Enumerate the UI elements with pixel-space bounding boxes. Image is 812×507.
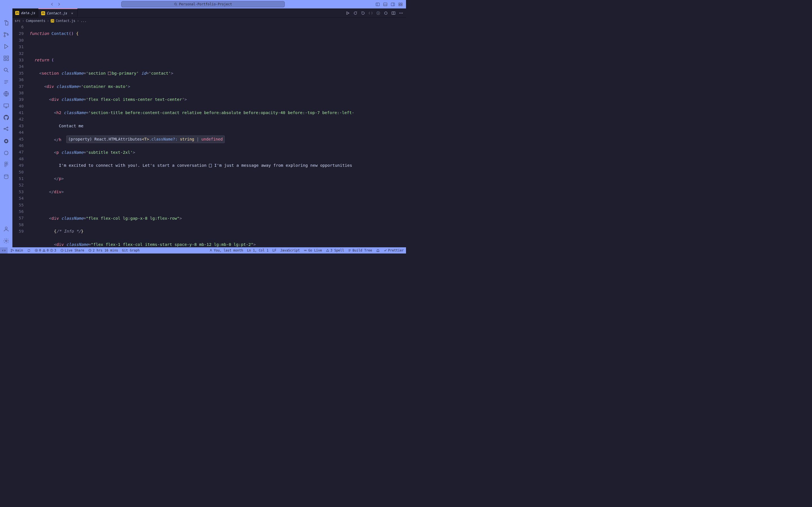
svg-point-41 [377, 11, 380, 14]
svg-point-33 [4, 162, 6, 164]
run-debug-icon[interactable] [3, 43, 10, 50]
svg-rect-5 [391, 3, 395, 6]
svg-point-59 [210, 249, 211, 250]
editor[interactable]: 6293031323334353637383940414243444546474… [12, 24, 406, 247]
figma-icon[interactable] [3, 161, 10, 168]
database-icon[interactable] [3, 173, 10, 180]
svg-point-39 [5, 227, 7, 229]
breadcrumb-seg[interactable]: Components [26, 19, 45, 23]
bell-icon [376, 249, 380, 252]
svg-point-34 [6, 162, 8, 164]
wakatime[interactable]: 2 hrs 16 mins [88, 248, 118, 252]
notifications[interactable] [376, 249, 380, 252]
toggle-icon[interactable] [384, 11, 388, 15]
spell-check[interactable]: 3 Spell [326, 248, 344, 252]
svg-rect-9 [399, 4, 400, 6]
svg-rect-7 [399, 3, 400, 4]
breadcrumb-seg[interactable]: ... [81, 19, 87, 23]
settings-gear-icon[interactable] [3, 237, 10, 244]
svg-point-37 [4, 165, 6, 167]
chevron-right-icon: › [22, 19, 24, 23]
git-sync[interactable] [27, 249, 31, 252]
svg-rect-14 [4, 56, 6, 58]
svg-point-48 [11, 249, 12, 250]
svg-point-28 [4, 128, 5, 129]
language-mode[interactable]: JavaScript [280, 248, 300, 252]
remote-indicator[interactable] [0, 247, 8, 253]
js-icon: JS [51, 19, 54, 22]
breadcrumb[interactable]: src › Components › JS Contact.js › ... [0, 18, 406, 24]
breadcrumb-seg[interactable]: src [15, 19, 20, 23]
go-live[interactable]: Go Live [304, 248, 322, 252]
remote-explorer-icon[interactable] [3, 90, 10, 98]
tabs-row: JS data.js JS Contact.js ✕ [0, 8, 406, 18]
tab-contact-js[interactable]: JS Contact.js ✕ [38, 8, 78, 17]
nav-forward-icon[interactable] [57, 2, 61, 6]
problems[interactable]: 0 0 3 [35, 248, 56, 252]
layout-left-icon[interactable] [375, 2, 380, 6]
todo-icon[interactable] [3, 78, 10, 86]
svg-point-11 [4, 33, 5, 34]
svg-point-47 [402, 13, 403, 13]
tab-label: data.js [21, 11, 35, 15]
svg-point-56 [51, 249, 52, 250]
git-branch[interactable]: main [10, 248, 23, 252]
cursor-position[interactable]: Ln 1, Col 1 [247, 248, 268, 252]
build-tree[interactable]: Build Tree [348, 248, 372, 252]
live-share[interactable]: Live Share [60, 248, 84, 252]
eol[interactable]: LF [272, 248, 276, 252]
svg-rect-15 [4, 59, 6, 61]
git-blame[interactable]: You, last month [209, 248, 243, 252]
svg-point-35 [4, 164, 6, 165]
svg-point-18 [4, 68, 7, 71]
svg-point-60 [305, 250, 306, 251]
svg-point-31 [5, 140, 7, 142]
svg-point-27 [7, 127, 8, 128]
svg-rect-10 [401, 4, 402, 6]
compare-icon[interactable] [368, 11, 373, 15]
hover-tooltip: (property) React.HTMLAttributes<T>.class… [66, 135, 225, 143]
rerun-icon[interactable] [353, 11, 357, 15]
svg-point-0 [174, 3, 176, 5]
git-graph[interactable]: Git Graph [122, 248, 140, 252]
svg-point-46 [401, 13, 401, 13]
js-icon: JS [41, 11, 45, 15]
share-icon[interactable] [3, 126, 10, 133]
run-test-icon[interactable] [376, 11, 380, 15]
activity-bar [0, 8, 12, 247]
svg-point-12 [4, 36, 5, 37]
breadcrumb-seg[interactable]: Contact.js [56, 19, 75, 23]
split-editor-icon[interactable] [391, 11, 396, 15]
remote-icon[interactable] [3, 102, 10, 109]
accounts-icon[interactable] [3, 225, 10, 233]
svg-point-29 [7, 129, 8, 131]
customize-layout-icon[interactable] [398, 2, 403, 6]
layout-bottom-icon[interactable] [383, 2, 388, 6]
run-icon[interactable] [346, 11, 350, 15]
tab-data-js[interactable]: JS data.js [12, 8, 38, 17]
svg-rect-8 [401, 3, 402, 4]
more-icon[interactable] [399, 11, 403, 15]
code-content[interactable]: function Contact() { return ( <section c… [29, 24, 406, 247]
svg-point-36 [6, 164, 8, 165]
command-center[interactable]: Personal-Portfolio-Project [121, 1, 285, 7]
nav-back-icon[interactable] [50, 2, 54, 6]
restart-icon[interactable] [361, 11, 365, 15]
svg-point-38 [4, 175, 8, 176]
js-icon: JS [15, 11, 19, 15]
prettier[interactable]: Prettier [384, 248, 404, 252]
github-icon[interactable] [3, 114, 10, 121]
lens-icon[interactable] [3, 149, 10, 157]
gutter: 6293031323334353637383940414243444546474… [12, 24, 29, 247]
svg-point-53 [44, 251, 44, 251]
source-control-icon[interactable] [3, 31, 10, 38]
layout-right-icon[interactable] [391, 2, 395, 6]
svg-rect-17 [7, 56, 8, 58]
shortcut-icon[interactable] [3, 137, 10, 145]
search-panel-icon[interactable] [3, 66, 10, 74]
search-icon [174, 3, 177, 6]
extensions-icon[interactable] [3, 55, 10, 62]
explorer-icon[interactable] [3, 19, 10, 26]
close-icon[interactable]: ✕ [70, 11, 74, 15]
svg-rect-3 [384, 3, 387, 6]
